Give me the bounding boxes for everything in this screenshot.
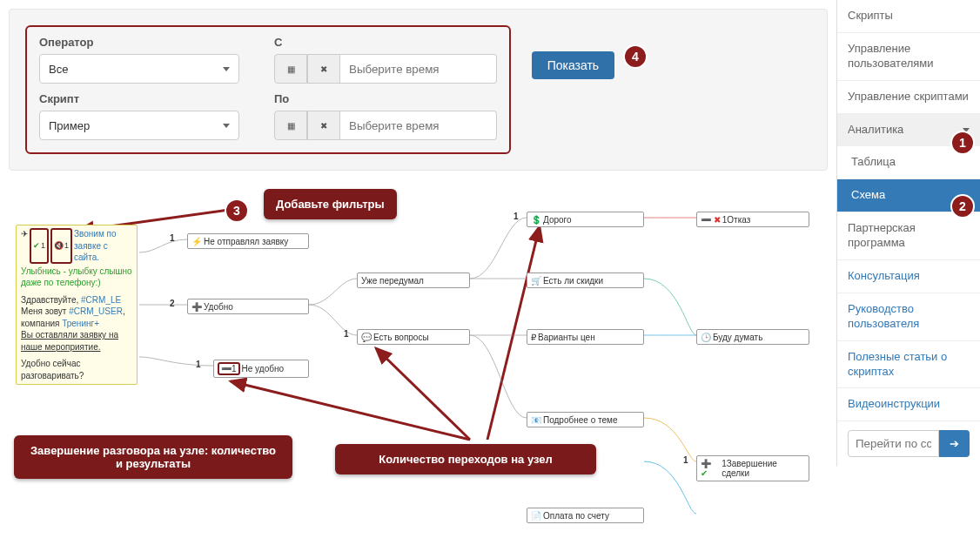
node-neudobno[interactable]: ➖1Не удобно	[213, 360, 309, 378]
badge-2: 2	[950, 194, 975, 219]
menu-consult[interactable]: Консультация	[837, 260, 980, 293]
script-select[interactable]: Пример	[39, 111, 239, 140]
calendar-icon: ▦	[287, 64, 295, 74]
edge-count: 1	[196, 360, 201, 369]
from-label: С	[274, 36, 497, 49]
node-otkaz[interactable]: ➖ ✖1Отказ	[696, 212, 809, 227]
filter-box-highlight: Оператор Все С ▦ ✖	[25, 25, 511, 154]
operator-label: Оператор	[39, 36, 239, 49]
goto-button[interactable]: ➔	[939, 430, 970, 457]
from-input[interactable]	[340, 54, 497, 84]
node-not-sent[interactable]: ⚡Не отправлял заявку	[187, 233, 309, 249]
menu-partner[interactable]: Партнерская программа	[837, 212, 980, 260]
node-oplata[interactable]: 📄Оплата по счету	[527, 508, 644, 523]
card-title: Звоним по заявке с сайта.	[74, 228, 132, 264]
edge-count: 2	[170, 299, 175, 308]
badge-1: 1	[950, 131, 975, 155]
menu-guide[interactable]: Руководство пользователя	[837, 293, 980, 341]
edge-count: 1	[344, 329, 349, 339]
badge-3: 3	[225, 198, 249, 223]
script-value: Пример	[49, 119, 90, 132]
clear-from-button[interactable]: ✖	[307, 54, 340, 84]
node-dorogo[interactable]: 💲Дорого	[527, 212, 644, 227]
callout-add-filters: Добавьте фильтры	[264, 189, 397, 219]
menu-users[interactable]: Управление пользователями	[837, 33, 980, 81]
edge-count: 1	[683, 455, 688, 465]
clear-to-button[interactable]: ✖	[307, 111, 340, 140]
arrow-right-icon: ➔	[950, 437, 959, 450]
diagram-area: ✈ ✔1 🔇1 Звоним по заявке с сайта. Улыбни…	[0, 174, 836, 540]
calendar-icon: ▦	[287, 121, 295, 131]
show-button[interactable]: Показать	[532, 51, 615, 79]
menu-video[interactable]: Видеоинструкции	[837, 388, 980, 421]
node-dumat[interactable]: 🕒Буду думать	[696, 329, 809, 345]
close-icon: ✖	[320, 64, 327, 74]
to-input[interactable]	[340, 111, 497, 140]
filter-panel: Оператор Все С ▦ ✖	[9, 9, 828, 171]
script-label: Скрипт	[39, 92, 239, 105]
node-skidki[interactable]: 🛒Есть ли скидки	[527, 272, 644, 288]
node-peredumal[interactable]: Уже передумал	[357, 272, 470, 288]
to-label: По	[274, 92, 497, 105]
node-podrobnee[interactable]: 📧Подробнее о теме	[527, 412, 644, 427]
operator-select[interactable]: Все	[39, 54, 239, 84]
script-start-card[interactable]: ✈ ✔1 🔇1 Звоним по заявке с сайта. Улыбни…	[16, 225, 138, 385]
calendar-from-button[interactable]: ▦	[274, 54, 307, 84]
menu-manage-scripts[interactable]: Управление скриптами	[837, 81, 980, 114]
node-udobno[interactable]: ➕Удобно	[187, 299, 309, 314]
node-varianty[interactable]: ₽Варианты цен	[527, 329, 644, 345]
badge-4: 4	[623, 44, 648, 69]
callout-node-end: Завершение разговора на узле: количество…	[14, 435, 292, 479]
node-zavershenie[interactable]: ➕ ✔1Завершение сделки	[696, 455, 809, 481]
callout-transitions: Количество переходов на узел	[335, 444, 596, 474]
audio-badge: 🔇1	[50, 228, 72, 264]
menu-scripts[interactable]: Скрипты	[837, 0, 980, 33]
node-voprosy[interactable]: 💬Есть вопросы	[357, 329, 470, 345]
goto-input[interactable]	[848, 430, 939, 457]
chevron-down-icon	[223, 124, 230, 128]
operator-value: Все	[49, 63, 68, 76]
card-smile: Улыбнись - улыбку слышно даже по телефон…	[21, 266, 132, 289]
sidebar: Скрипты Управление пользователями Управл…	[836, 0, 980, 466]
calendar-to-button[interactable]: ▦	[274, 111, 307, 140]
menu-analytics-label: Аналитика	[848, 123, 903, 138]
success-badge: ✔1	[30, 228, 49, 264]
chevron-down-icon	[223, 67, 230, 71]
edge-count: 1	[170, 233, 175, 243]
close-icon: ✖	[320, 121, 327, 131]
edge-count: 1	[513, 212, 519, 221]
menu-articles[interactable]: Полезные статьи о скриптах	[837, 341, 980, 389]
plane-icon: ✈	[21, 228, 28, 264]
